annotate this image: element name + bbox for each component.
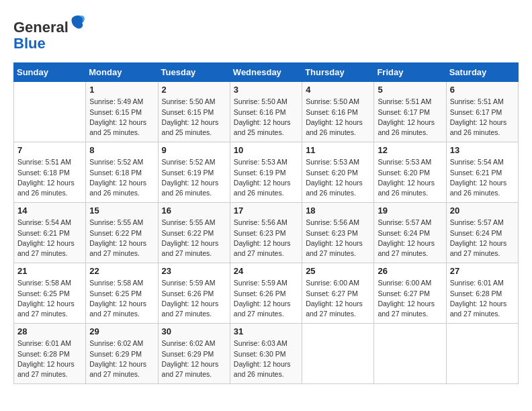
- calendar-cell: 31Sunrise: 6:03 AM Sunset: 6:30 PM Dayli…: [230, 324, 302, 384]
- calendar-cell: 13Sunrise: 5:54 AM Sunset: 6:21 PM Dayli…: [446, 142, 518, 203]
- day-number: 6: [450, 85, 515, 95]
- day-info: Sunrise: 5:53 AM Sunset: 6:20 PM Dayligh…: [378, 157, 442, 198]
- day-info: Sunrise: 6:02 AM Sunset: 6:29 PM Dayligh…: [89, 338, 154, 379]
- page-header: General Blue: [13, 13, 519, 52]
- day-number: 23: [162, 266, 226, 276]
- day-number: 29: [89, 326, 154, 336]
- calendar-cell: 18Sunrise: 5:56 AM Sunset: 6:23 PM Dayli…: [302, 203, 374, 263]
- calendar-cell: 11Sunrise: 5:53 AM Sunset: 6:20 PM Dayli…: [302, 142, 374, 203]
- day-number: 9: [162, 145, 226, 155]
- day-info: Sunrise: 5:58 AM Sunset: 6:25 PM Dayligh…: [17, 278, 82, 319]
- day-info: Sunrise: 6:01 AM Sunset: 6:28 PM Dayligh…: [17, 338, 82, 379]
- day-number: 27: [450, 266, 515, 276]
- calendar-cell: 10Sunrise: 5:53 AM Sunset: 6:19 PM Dayli…: [230, 142, 302, 203]
- calendar-cell: [374, 324, 446, 384]
- calendar-cell: 29Sunrise: 6:02 AM Sunset: 6:29 PM Dayli…: [86, 324, 158, 384]
- logo-general: General: [13, 19, 69, 36]
- day-number: 30: [162, 326, 226, 336]
- calendar-cell: 5Sunrise: 5:51 AM Sunset: 6:17 PM Daylig…: [374, 82, 446, 142]
- calendar-header-row: SundayMondayTuesdayWednesdayThursdayFrid…: [14, 63, 519, 82]
- day-info: Sunrise: 5:51 AM Sunset: 6:17 PM Dayligh…: [450, 97, 515, 138]
- calendar-cell: 22Sunrise: 5:58 AM Sunset: 6:25 PM Dayli…: [86, 263, 158, 324]
- header-monday: Monday: [86, 63, 158, 82]
- day-number: 22: [89, 266, 154, 276]
- day-info: Sunrise: 6:03 AM Sunset: 6:30 PM Dayligh…: [234, 338, 298, 379]
- calendar-cell: 1Sunrise: 5:49 AM Sunset: 6:15 PM Daylig…: [86, 82, 158, 142]
- day-info: Sunrise: 5:51 AM Sunset: 6:17 PM Dayligh…: [378, 97, 442, 138]
- day-info: Sunrise: 6:01 AM Sunset: 6:28 PM Dayligh…: [450, 278, 515, 319]
- calendar-cell: 23Sunrise: 5:59 AM Sunset: 6:26 PM Dayli…: [158, 263, 230, 324]
- calendar-cell: 12Sunrise: 5:53 AM Sunset: 6:20 PM Dayli…: [374, 142, 446, 203]
- day-number: 21: [17, 266, 82, 276]
- day-number: 31: [234, 326, 298, 336]
- calendar-cell: 25Sunrise: 6:00 AM Sunset: 6:27 PM Dayli…: [302, 263, 374, 324]
- day-info: Sunrise: 5:52 AM Sunset: 6:19 PM Dayligh…: [162, 157, 226, 198]
- day-info: Sunrise: 5:56 AM Sunset: 6:23 PM Dayligh…: [306, 218, 370, 259]
- calendar-cell: 8Sunrise: 5:52 AM Sunset: 6:18 PM Daylig…: [86, 142, 158, 203]
- day-number: 7: [17, 145, 82, 155]
- day-number: 5: [378, 85, 442, 95]
- week-row-0: 1Sunrise: 5:49 AM Sunset: 6:15 PM Daylig…: [14, 82, 519, 142]
- day-info: Sunrise: 5:59 AM Sunset: 6:26 PM Dayligh…: [234, 278, 298, 319]
- header-wednesday: Wednesday: [230, 63, 302, 82]
- calendar-cell: 20Sunrise: 5:57 AM Sunset: 6:24 PM Dayli…: [446, 203, 518, 263]
- day-number: 4: [306, 85, 370, 95]
- day-info: Sunrise: 5:49 AM Sunset: 6:15 PM Dayligh…: [89, 97, 154, 138]
- day-info: Sunrise: 5:56 AM Sunset: 6:23 PM Dayligh…: [234, 218, 298, 259]
- logo-bird-icon: [70, 13, 86, 32]
- day-number: 12: [378, 145, 442, 155]
- day-info: Sunrise: 5:50 AM Sunset: 6:16 PM Dayligh…: [234, 97, 298, 138]
- day-info: Sunrise: 5:55 AM Sunset: 6:22 PM Dayligh…: [89, 218, 154, 259]
- header-friday: Friday: [374, 63, 446, 82]
- day-number: 3: [234, 85, 298, 95]
- day-info: Sunrise: 6:02 AM Sunset: 6:29 PM Dayligh…: [162, 338, 226, 379]
- day-number: 20: [450, 205, 515, 216]
- calendar-cell: 2Sunrise: 5:50 AM Sunset: 6:15 PM Daylig…: [158, 82, 230, 142]
- day-info: Sunrise: 5:50 AM Sunset: 6:15 PM Dayligh…: [162, 97, 226, 138]
- day-info: Sunrise: 5:57 AM Sunset: 6:24 PM Dayligh…: [450, 218, 515, 259]
- day-number: 25: [306, 266, 370, 276]
- header-tuesday: Tuesday: [158, 63, 230, 82]
- calendar-cell: [14, 82, 86, 142]
- week-row-2: 14Sunrise: 5:54 AM Sunset: 6:21 PM Dayli…: [14, 203, 519, 263]
- calendar-cell: 14Sunrise: 5:54 AM Sunset: 6:21 PM Dayli…: [14, 203, 86, 263]
- day-info: Sunrise: 5:53 AM Sunset: 6:20 PM Dayligh…: [306, 157, 370, 198]
- day-info: Sunrise: 5:59 AM Sunset: 6:26 PM Dayligh…: [162, 278, 226, 319]
- header-sunday: Sunday: [14, 63, 86, 82]
- day-number: 13: [450, 145, 515, 155]
- calendar-cell: 28Sunrise: 6:01 AM Sunset: 6:28 PM Dayli…: [14, 324, 86, 384]
- calendar-cell: 7Sunrise: 5:51 AM Sunset: 6:18 PM Daylig…: [14, 142, 86, 203]
- calendar-cell: [446, 324, 518, 384]
- week-row-3: 21Sunrise: 5:58 AM Sunset: 6:25 PM Dayli…: [14, 263, 519, 324]
- day-number: 15: [89, 205, 154, 216]
- calendar-cell: 26Sunrise: 6:00 AM Sunset: 6:27 PM Dayli…: [374, 263, 446, 324]
- day-number: 2: [162, 85, 226, 95]
- day-number: 17: [234, 205, 298, 216]
- calendar-cell: 27Sunrise: 6:01 AM Sunset: 6:28 PM Dayli…: [446, 263, 518, 324]
- calendar-cell: 4Sunrise: 5:50 AM Sunset: 6:16 PM Daylig…: [302, 82, 374, 142]
- header-saturday: Saturday: [446, 63, 518, 82]
- day-info: Sunrise: 5:55 AM Sunset: 6:22 PM Dayligh…: [162, 218, 226, 259]
- day-info: Sunrise: 5:54 AM Sunset: 6:21 PM Dayligh…: [450, 157, 515, 198]
- day-number: 28: [17, 326, 82, 336]
- day-info: Sunrise: 6:00 AM Sunset: 6:27 PM Dayligh…: [306, 278, 370, 319]
- day-number: 16: [162, 205, 226, 216]
- day-info: Sunrise: 5:58 AM Sunset: 6:25 PM Dayligh…: [89, 278, 154, 319]
- calendar-cell: 6Sunrise: 5:51 AM Sunset: 6:17 PM Daylig…: [446, 82, 518, 142]
- calendar-cell: 16Sunrise: 5:55 AM Sunset: 6:22 PM Dayli…: [158, 203, 230, 263]
- day-info: Sunrise: 5:52 AM Sunset: 6:18 PM Dayligh…: [89, 157, 154, 198]
- day-number: 24: [234, 266, 298, 276]
- week-row-1: 7Sunrise: 5:51 AM Sunset: 6:18 PM Daylig…: [14, 142, 519, 203]
- calendar-cell: 30Sunrise: 6:02 AM Sunset: 6:29 PM Dayli…: [158, 324, 230, 384]
- calendar-cell: 17Sunrise: 5:56 AM Sunset: 6:23 PM Dayli…: [230, 203, 302, 263]
- day-info: Sunrise: 5:50 AM Sunset: 6:16 PM Dayligh…: [306, 97, 370, 138]
- day-number: 1: [89, 85, 154, 95]
- day-number: 26: [378, 266, 442, 276]
- day-info: Sunrise: 5:54 AM Sunset: 6:21 PM Dayligh…: [17, 218, 82, 259]
- header-thursday: Thursday: [302, 63, 374, 82]
- day-number: 14: [17, 205, 82, 216]
- day-number: 10: [234, 145, 298, 155]
- calendar-table: SundayMondayTuesdayWednesdayThursdayFrid…: [13, 62, 519, 384]
- calendar-cell: 3Sunrise: 5:50 AM Sunset: 6:16 PM Daylig…: [230, 82, 302, 142]
- week-row-4: 28Sunrise: 6:01 AM Sunset: 6:28 PM Dayli…: [14, 324, 519, 384]
